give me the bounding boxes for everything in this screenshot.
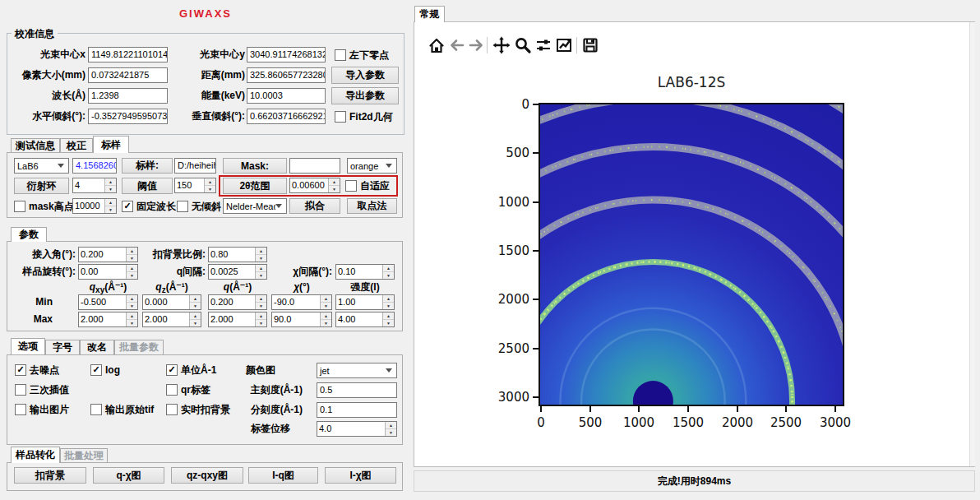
incidence-angle-spinner[interactable]: 0.200▲▼ xyxy=(78,247,138,262)
bg-ratio-spinner[interactable]: 0.80▲▼ xyxy=(208,247,267,262)
spinner-arrows[interactable]: ▲▼ xyxy=(382,312,394,326)
tab-sample-convert[interactable]: 样品转化 xyxy=(11,447,60,463)
mask-button[interactable]: Mask: xyxy=(223,158,287,174)
i-q-plot-button[interactable]: I-q图 xyxy=(248,467,318,484)
pick-points-button[interactable]: 取点法 xyxy=(347,198,397,214)
standard-sample-combo[interactable]: LaB6 xyxy=(14,158,69,174)
spinner-arrows[interactable]: ▲▼ xyxy=(126,265,137,279)
q-chi-plot-button[interactable]: q-χ图 xyxy=(93,467,164,484)
energy-input[interactable]: 10.0003 xyxy=(247,88,326,104)
i-chi-plot-button[interactable]: I-χ图 xyxy=(325,467,396,484)
major-tick-input[interactable]: 0.5 xyxy=(317,382,397,398)
tab-font-size[interactable]: 字号 xyxy=(45,340,80,354)
export-params-button[interactable]: 导出参数 xyxy=(331,87,399,104)
q-step-spinner[interactable]: 0.0025▲▼ xyxy=(208,264,267,280)
tab-options[interactable]: 选项 xyxy=(11,338,45,354)
denoise-checkbox[interactable]: ✓ 去噪点 xyxy=(15,363,59,377)
cubic-interp-checkbox[interactable]: 三次插值 xyxy=(15,383,69,396)
back-icon[interactable] xyxy=(448,36,466,54)
spinner-arrows[interactable]: ▲▼ xyxy=(255,248,266,262)
threshold-button[interactable]: 阈值 xyxy=(122,178,173,194)
spinner-arrows[interactable]: ▲▼ xyxy=(320,312,331,326)
max-q-spinner[interactable]: 2.000▲▼ xyxy=(208,312,267,327)
max-intensity-spinner[interactable]: 4.00▲▼ xyxy=(335,312,395,327)
spinner-arrows[interactable]: ▲▼ xyxy=(104,178,116,192)
adaptive-checkbox[interactable]: 自适应 xyxy=(345,179,390,192)
wavelength-input[interactable]: 1.2398 xyxy=(88,88,168,104)
fixed-wavelength-checkbox[interactable]: ✓ 固定波长 xyxy=(122,200,176,213)
spinner-arrows[interactable]: ▲▼ xyxy=(255,265,266,279)
beam-center-x-input[interactable]: 1149.812211010145 xyxy=(88,47,168,62)
two-theta-range-spinner[interactable]: 0.00600▲▼ xyxy=(289,178,340,193)
max-chi-spinner[interactable]: 90.0▲▼ xyxy=(271,312,332,327)
fit-button[interactable]: 拟合 xyxy=(289,198,340,214)
standard-file-button[interactable]: 标样: xyxy=(122,158,173,174)
min-qz-spinner[interactable]: 0.000▲▼ xyxy=(142,294,201,310)
scrollbar[interactable] xyxy=(969,22,975,466)
chi-step-spinner[interactable]: 0.10▲▼ xyxy=(335,264,395,280)
log-checkbox[interactable]: ✓ log xyxy=(90,363,120,377)
output-image-checkbox[interactable]: 输出图片 xyxy=(15,403,69,416)
unit-angstrom-checkbox[interactable]: ✓ 单位Å-1 xyxy=(166,363,216,377)
min-chi-spinner[interactable]: -90.0▲▼ xyxy=(271,294,332,310)
label-offset-spinner[interactable]: 4.0▲▼ xyxy=(317,421,397,437)
spinner-arrows[interactable]: ▲▼ xyxy=(255,312,266,326)
horizontal-tilt-input[interactable]: -0.35279495950739 xyxy=(88,109,168,124)
spinner-arrows[interactable]: ▲▼ xyxy=(382,295,394,309)
spinner-arrows[interactable]: ▲▼ xyxy=(189,295,201,309)
spinner-arrows[interactable]: ▲▼ xyxy=(104,199,116,213)
qr-label-checkbox[interactable]: qr标签 xyxy=(166,383,210,396)
spinner-arrows[interactable]: ▲▼ xyxy=(382,265,394,279)
mask-highpoint-checkbox[interactable]: mask高点: xyxy=(14,200,77,213)
import-params-button[interactable]: 导入参数 xyxy=(331,67,399,84)
min-intensity-spinner[interactable]: 1.00▲▼ xyxy=(335,294,395,310)
spinner-arrows[interactable]: ▲▼ xyxy=(126,312,137,326)
subplots-icon[interactable] xyxy=(534,36,552,54)
vertical-tilt-input[interactable]: 0.662037166629210 xyxy=(247,109,326,124)
mask-path-input[interactable] xyxy=(289,158,340,174)
output-tif-checkbox[interactable]: 输出原始tif xyxy=(90,403,154,416)
minor-tick-input[interactable]: 0.1 xyxy=(317,402,397,418)
pixel-size-input[interactable]: 0.0732421875 xyxy=(88,67,168,83)
home-icon[interactable] xyxy=(428,36,446,54)
tab-correction[interactable]: 校正 xyxy=(60,138,93,153)
spinner-arrows[interactable]: ▲▼ xyxy=(126,248,137,262)
tab-parameters[interactable]: 参数 xyxy=(11,227,47,242)
zoom-icon[interactable] xyxy=(514,36,532,54)
min-qxy-spinner[interactable]: -0.500▲▼ xyxy=(78,294,138,310)
mask-color-combo[interactable]: orange xyxy=(347,158,397,174)
no-tilt-checkbox[interactable]: 无倾斜 xyxy=(177,200,221,213)
colormap-combo[interactable]: jet xyxy=(317,363,397,378)
diffraction-rings-button[interactable]: 衍射环 xyxy=(14,178,69,194)
mask-highpoint-spinner[interactable]: 10000▲▼ xyxy=(72,198,117,214)
spinner-arrows[interactable]: ▲▼ xyxy=(385,422,396,436)
max-qz-spinner[interactable]: 2.000▲▼ xyxy=(142,312,201,327)
customize-icon[interactable] xyxy=(555,36,573,54)
lattice-constant-input[interactable]: 4.1568260 xyxy=(72,158,117,174)
threshold-spinner[interactable]: 150▲▼ xyxy=(174,178,216,193)
tab-general[interactable]: 常规 xyxy=(414,6,445,22)
two-theta-range-button[interactable]: 2θ范围 xyxy=(223,178,287,194)
fit2d-geometry-checkbox[interactable]: Fit2d几何 xyxy=(335,110,393,123)
distance-input[interactable]: 325.8606577232806 xyxy=(247,67,326,83)
tab-test-info[interactable]: 测试信息 xyxy=(11,138,60,153)
pan-icon[interactable] xyxy=(492,36,511,54)
spinner-arrows[interactable]: ▲▼ xyxy=(255,295,266,309)
spinner-arrows[interactable]: ▲▼ xyxy=(126,295,137,309)
ring-count-spinner[interactable]: 4▲▼ xyxy=(72,178,117,193)
sample-rotation-spinner[interactable]: 0.00▲▼ xyxy=(78,264,138,280)
forward-icon[interactable] xyxy=(467,36,485,54)
tab-rename[interactable]: 改名 xyxy=(80,340,114,354)
lower-left-zero-checkbox[interactable]: 左下零点 xyxy=(335,49,389,62)
min-q-spinner[interactable]: 0.200▲▼ xyxy=(208,294,267,310)
subtract-bg-button[interactable]: 扣背景 xyxy=(14,467,86,484)
max-qxy-spinner[interactable]: 2.000▲▼ xyxy=(78,312,138,327)
fit-method-combo[interactable]: Nelder-Mead xyxy=(223,198,287,214)
spinner-arrows[interactable]: ▲▼ xyxy=(320,295,331,309)
tab-standard[interactable]: 标样 xyxy=(93,136,129,153)
spinner-arrows[interactable]: ▲▼ xyxy=(204,178,215,192)
beam-center-y-input[interactable]: 3040.911742681327 xyxy=(247,47,326,62)
detector-image[interactable] xyxy=(540,104,843,405)
spinner-arrows[interactable]: ▲▼ xyxy=(189,312,201,326)
qz-qxy-plot-button[interactable]: qz-qxy图 xyxy=(171,467,243,484)
